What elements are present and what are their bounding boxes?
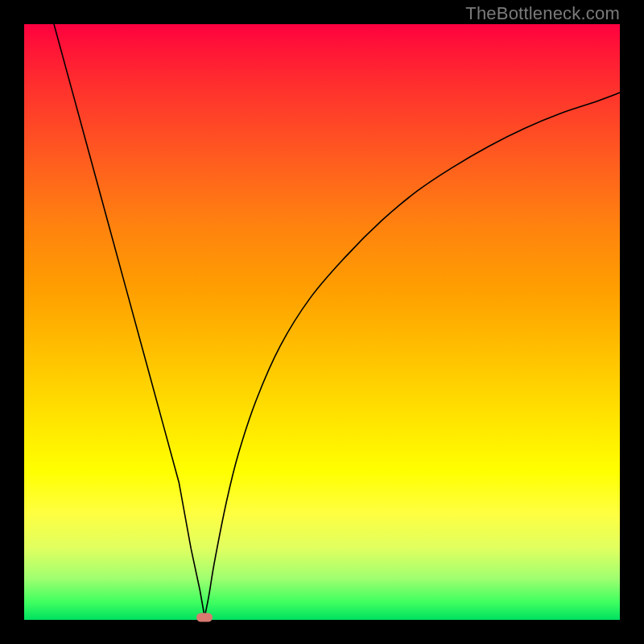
minimum-marker: [196, 613, 213, 622]
bottleneck-curve: [54, 24, 620, 617]
chart-container: TheBottleneck.com: [0, 0, 644, 644]
watermark-text: TheBottleneck.com: [465, 3, 620, 24]
plot-area: [24, 24, 620, 620]
curve-svg: [24, 24, 620, 620]
